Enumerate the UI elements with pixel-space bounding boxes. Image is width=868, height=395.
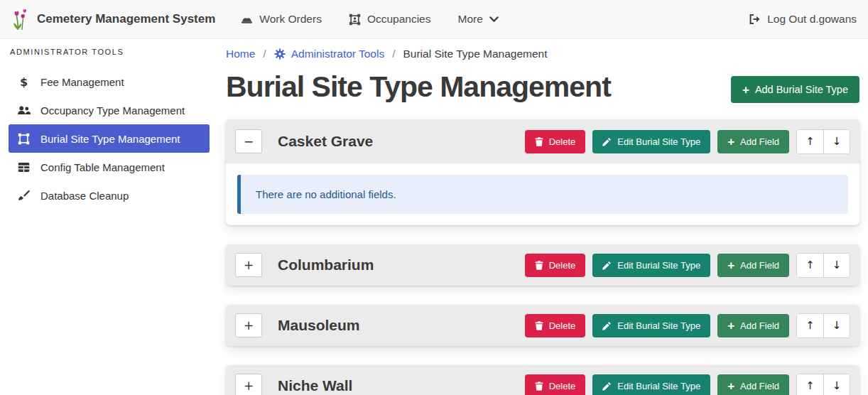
pencil-icon <box>602 137 612 146</box>
move-up-button[interactable]: ↑ <box>797 314 823 337</box>
sidebar-item-label: Config Table Management <box>40 161 165 173</box>
sidebar-item-label: Database Cleanup <box>40 190 129 202</box>
panel-toggle-button[interactable]: − <box>235 129 262 153</box>
nav-item-work-orders[interactable]: Work Orders <box>241 13 322 26</box>
move-down-button[interactable]: ↓ <box>823 130 850 153</box>
page-title: Burial Site Type Management <box>226 70 611 104</box>
vector-square-icon <box>16 133 31 145</box>
panel-title: Mausoleum <box>278 317 360 334</box>
breadcrumb-admin-tools-link[interactable]: Administrator Tools <box>274 48 385 60</box>
delete-label: Delete <box>549 381 576 391</box>
main-nav: Work OrdersOccupanciesMore <box>241 13 499 26</box>
plus-icon: + <box>727 320 734 332</box>
move-down-button[interactable]: ↓ <box>823 314 850 337</box>
edit-label: Edit Burial Site Type <box>617 320 700 331</box>
breadcrumb-separator: / <box>263 48 266 60</box>
nav-item-occupancies[interactable]: Occupancies <box>349 13 431 26</box>
sidebar-item-database-cleanup[interactable]: Database Cleanup <box>9 181 210 210</box>
occupancies-icon <box>349 13 361 26</box>
app-brand[interactable]: Cemetery Management System <box>11 8 215 31</box>
panel-title: Casket Grave <box>278 133 373 150</box>
arrow-down-icon: ↓ <box>832 319 842 332</box>
panel-header: − Casket Grave Delete <box>226 119 859 163</box>
panel-actions: Delete Edit Burial Site Type + Add Field <box>525 129 850 154</box>
plus-icon: + <box>727 136 734 148</box>
delete-button[interactable]: Delete <box>525 314 586 337</box>
move-up-button[interactable]: ↑ <box>797 374 823 395</box>
hard-hat-icon <box>241 14 253 25</box>
breadcrumb-home-link[interactable]: Home <box>226 48 255 60</box>
plus-icon: + <box>727 380 734 392</box>
sign-out-icon <box>748 13 761 25</box>
main-content: Home / Administrator Tool <box>218 39 868 395</box>
move-up-button[interactable]: ↑ <box>797 254 823 277</box>
admin-sidebar: ADMINISTRATOR TOOLS $Fee ManagementOccup… <box>0 39 218 395</box>
add-field-button[interactable]: + Add Field <box>717 254 789 277</box>
sidebar-nav: $Fee ManagementOccupancy Type Management… <box>9 67 210 210</box>
app-title: Cemetery Management System <box>37 12 215 26</box>
move-down-button[interactable]: ↓ <box>823 254 850 277</box>
chevron-down-icon <box>489 16 499 23</box>
nav-item-label: More <box>458 13 483 26</box>
no-fields-message: There are no additional fields. <box>256 188 396 200</box>
breadcrumb: Home / Administrator Tool <box>226 48 859 60</box>
sidebar-heading: ADMINISTRATOR TOOLS <box>10 48 210 56</box>
edit-burial-site-type-button[interactable]: Edit Burial Site Type <box>592 314 710 337</box>
delete-button[interactable]: Delete <box>525 254 586 277</box>
nav-item-label: Work Orders <box>259 13 322 26</box>
panel-casket-grave: − Casket Grave Delete <box>226 119 859 225</box>
add-field-button[interactable]: + Add Field <box>717 374 789 395</box>
edit-label: Edit Burial Site Type <box>617 260 700 271</box>
trash-icon <box>535 137 543 146</box>
arrow-up-icon: ↑ <box>805 259 815 271</box>
panel-mausoleum: + Mausoleum Delete <box>226 305 859 346</box>
sidebar-item-occupancy-type-management[interactable]: Occupancy Type Management <box>9 96 210 124</box>
plus-icon: + <box>727 259 734 271</box>
panel-body: There are no additional fields. <box>226 163 859 225</box>
add-field-button[interactable]: + Add Field <box>717 314 789 337</box>
move-up-button[interactable]: ↑ <box>797 130 823 153</box>
panel-actions: Delete Edit Burial Site Type + Add Field <box>525 374 850 395</box>
add-burial-site-type-label: Add Burial Site Type <box>755 84 848 95</box>
edit-burial-site-type-button[interactable]: Edit Burial Site Type <box>592 254 710 277</box>
plus-icon: + <box>742 84 749 96</box>
panel-title: Niche Wall <box>278 377 352 394</box>
panel-toggle-button[interactable]: + <box>235 313 262 337</box>
pencil-icon <box>602 321 612 330</box>
dollar-icon: $ <box>16 75 31 89</box>
sidebar-item-config-table-management[interactable]: Config Table Management <box>9 153 210 181</box>
sidebar-item-burial-site-type-management[interactable]: Burial Site Type Management <box>9 124 210 153</box>
sidebar-item-label: Occupancy Type Management <box>40 104 185 117</box>
delete-label: Delete <box>549 260 576 271</box>
panel-header: + Mausoleum Delete <box>226 305 859 346</box>
add-field-label: Add Field <box>740 260 779 271</box>
trash-icon <box>535 382 543 391</box>
arrow-down-icon: ↓ <box>832 379 842 392</box>
delete-button[interactable]: Delete <box>525 130 586 153</box>
add-field-label: Add Field <box>740 381 779 391</box>
nav-item-more[interactable]: More <box>458 13 499 26</box>
gear-icon <box>274 48 286 60</box>
panel-toggle-button[interactable]: + <box>235 374 262 395</box>
add-field-button[interactable]: + Add Field <box>717 130 789 153</box>
logout-label: Log Out d.gowans <box>767 13 857 26</box>
reorder-buttons: ↑ ↓ <box>796 129 850 154</box>
add-field-label: Add Field <box>740 320 779 331</box>
panel-header: + Columbarium Delete <box>226 244 859 286</box>
logout-link[interactable]: Log Out d.gowans <box>748 13 857 26</box>
arrow-up-icon: ↑ <box>805 319 815 332</box>
tulip-logo-icon <box>11 8 30 31</box>
sidebar-item-fee-management[interactable]: $Fee Management <box>9 67 210 96</box>
arrow-up-icon: ↑ <box>805 379 815 392</box>
arrow-up-icon: ↑ <box>805 135 815 148</box>
users-icon <box>16 105 31 116</box>
delete-button[interactable]: Delete <box>525 374 586 395</box>
panel-actions: Delete Edit Burial Site Type + Add Field <box>525 313 850 338</box>
add-burial-site-type-button[interactable]: + Add Burial Site Type <box>731 76 859 103</box>
move-down-button[interactable]: ↓ <box>823 374 850 395</box>
edit-label: Edit Burial Site Type <box>617 381 700 391</box>
panel-toggle-button[interactable]: + <box>235 253 262 277</box>
edit-burial-site-type-button[interactable]: Edit Burial Site Type <box>592 130 710 153</box>
breadcrumb-current: Burial Site Type Management <box>403 48 548 60</box>
edit-burial-site-type-button[interactable]: Edit Burial Site Type <box>592 374 710 395</box>
